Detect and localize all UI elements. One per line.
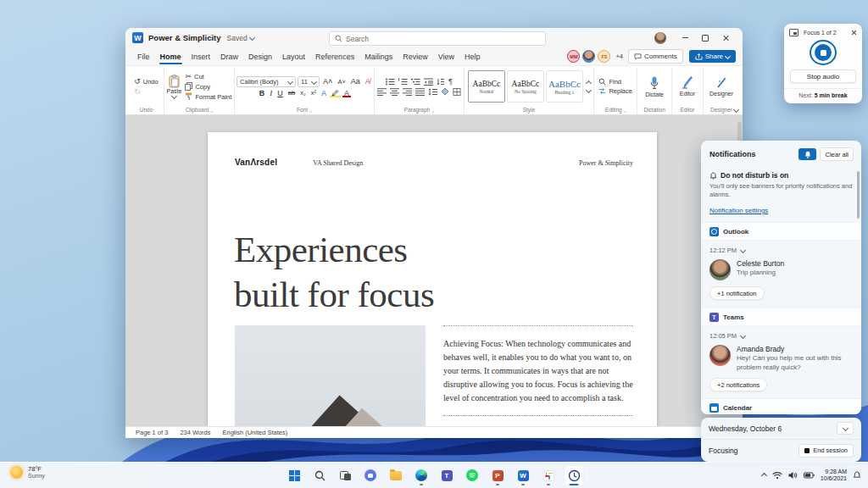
tab-design[interactable]: Design: [243, 50, 277, 64]
shrink-font-button[interactable]: A˅: [336, 78, 347, 86]
dialog-launcher-icon[interactable]: ⌟: [210, 107, 213, 113]
clock-app-button[interactable]: [564, 465, 584, 485]
bold-button[interactable]: B: [258, 89, 267, 97]
do-not-disturb-toggle[interactable]: [798, 148, 816, 160]
maximize-button[interactable]: [695, 30, 715, 46]
dialog-launcher-icon[interactable]: ⌟: [431, 107, 434, 113]
outlook-time-row[interactable]: 12:12 PM: [701, 241, 861, 254]
tab-insert[interactable]: Insert: [186, 50, 216, 64]
highlight-button[interactable]: 🖉: [330, 89, 341, 97]
style-heading1[interactable]: AaBbCc Heading 1: [546, 70, 583, 103]
notification-item[interactable]: Amanda Brady Hey! Can you help me out wi…: [701, 340, 861, 372]
designer-button[interactable]: Designer: [706, 76, 737, 97]
battery-icon[interactable]: [804, 472, 815, 479]
powerpoint-button[interactable]: P: [487, 465, 508, 485]
clear-all-button[interactable]: Clear all: [820, 147, 854, 161]
save-status-dropdown[interactable]: Saved: [227, 34, 254, 42]
style-normal[interactable]: AaBbCc Normal: [468, 70, 505, 103]
volume-icon[interactable]: [788, 471, 798, 480]
start-button[interactable]: [284, 465, 304, 485]
justify-button[interactable]: [415, 88, 425, 96]
widgets-weather-button[interactable]: 78°FSunny: [10, 465, 45, 480]
grow-font-button[interactable]: A˄: [321, 77, 334, 86]
dictate-button[interactable]: Dictate: [642, 76, 667, 97]
collaborator-badge[interactable]: FS: [598, 50, 610, 63]
align-left-button[interactable]: [377, 88, 387, 96]
taskbar-search-button[interactable]: [309, 465, 330, 485]
collaborator-badge[interactable]: MM: [567, 50, 580, 63]
tab-layout[interactable]: Layout: [277, 50, 310, 64]
underline-button[interactable]: U: [275, 89, 285, 97]
collaborator-avatar[interactable]: [582, 50, 595, 63]
dialog-launcher-icon[interactable]: ⌟: [624, 107, 626, 113]
doc-image[interactable]: [235, 325, 426, 426]
calendar-group-header[interactable]: Calendar: [701, 398, 861, 414]
editor-button[interactable]: Editor: [676, 76, 698, 97]
language-indicator[interactable]: English (United States): [223, 429, 288, 436]
tab-view[interactable]: View: [433, 50, 459, 64]
search-input[interactable]: Search: [329, 31, 546, 46]
align-right-button[interactable]: [403, 88, 412, 96]
dialog-launcher-icon[interactable]: ⌟: [309, 107, 312, 113]
italic-button[interactable]: I: [268, 89, 274, 97]
document-canvas[interactable]: VanΛrsdel VA Shared Design Power & Simpl…: [125, 115, 743, 426]
teams-group-header[interactable]: T Teams: [701, 308, 861, 326]
close-icon[interactable]: [851, 30, 857, 36]
minimize-button[interactable]: [675, 30, 695, 46]
show-formatting-button[interactable]: ¶: [448, 77, 453, 86]
paste-button[interactable]: Paste: [167, 75, 182, 98]
clear-formatting-button[interactable]: A̸: [364, 77, 372, 86]
end-session-button[interactable]: End session: [798, 444, 854, 458]
edge-button[interactable]: [411, 465, 431, 485]
account-avatar[interactable]: [654, 32, 666, 44]
tab-home[interactable]: Home: [155, 50, 186, 64]
style-gallery-up[interactable]: [586, 80, 592, 86]
superscript-button[interactable]: x²: [309, 89, 318, 97]
notification-item[interactable]: Celeste Burton Trip planning: [701, 254, 861, 280]
tab-file[interactable]: File: [132, 50, 155, 64]
borders-button[interactable]: [453, 88, 461, 96]
sort-button[interactable]: [437, 78, 445, 86]
subscript-button[interactable]: x₂: [298, 89, 308, 97]
pip-icon[interactable]: [789, 29, 798, 36]
expand-calendar-button[interactable]: [837, 422, 854, 435]
audio-stop-button[interactable]: [810, 40, 837, 65]
copy-button[interactable]: Copy: [185, 82, 231, 91]
replace-button[interactable]: Replace: [598, 87, 632, 95]
tab-review[interactable]: Review: [398, 50, 433, 64]
tray-clock[interactable]: 9:28 AM10/6/2021: [821, 469, 847, 483]
spotify-button[interactable]: [462, 465, 482, 485]
tab-draw[interactable]: Draw: [215, 50, 243, 64]
align-center-button[interactable]: [390, 88, 399, 96]
format-painter-button[interactable]: Format Paint: [185, 92, 231, 101]
strikethrough-button[interactable]: ab: [287, 89, 297, 97]
collaborator-overflow[interactable]: +4: [615, 53, 623, 60]
tab-mailings[interactable]: Mailings: [359, 50, 398, 64]
more-notifications-pill[interactable]: +2 notifications: [709, 378, 767, 391]
slack-button[interactable]: [538, 465, 559, 485]
notification-bell-icon[interactable]: [853, 471, 861, 480]
undo-button[interactable]: ↺Undo: [134, 77, 158, 86]
line-spacing-button[interactable]: [428, 88, 437, 96]
file-explorer-button[interactable]: [386, 465, 406, 485]
stop-audio-button[interactable]: Stop audio: [790, 69, 856, 83]
font-color-button[interactable]: A: [342, 89, 351, 97]
teams-time-row[interactable]: 12:05 PM: [701, 326, 861, 340]
style-gallery-down[interactable]: [586, 86, 592, 92]
word-button[interactable]: W: [513, 465, 533, 485]
comments-button[interactable]: Comments: [628, 49, 683, 64]
change-case-button[interactable]: Aa: [349, 77, 362, 86]
redo-button[interactable]: ↻: [134, 87, 158, 96]
wifi-icon[interactable]: [772, 471, 782, 480]
tray-overflow-chevron[interactable]: [761, 472, 767, 478]
more-notifications-pill[interactable]: +1 notification: [709, 286, 765, 300]
outlook-group-header[interactable]: Outlook: [701, 222, 861, 241]
notification-settings-link[interactable]: Notification settings: [709, 207, 853, 214]
find-button[interactable]: Find: [598, 78, 632, 86]
multilevel-list-button[interactable]: [411, 78, 420, 86]
page-indicator[interactable]: Page 1 of 3: [136, 429, 168, 436]
share-button[interactable]: Share: [689, 50, 736, 63]
font-family-select[interactable]: Calibri (Body): [236, 76, 296, 87]
style-no-spacing[interactable]: AaBbCc No Spacing: [507, 70, 544, 103]
panel-scrollbar[interactable]: [857, 171, 860, 219]
